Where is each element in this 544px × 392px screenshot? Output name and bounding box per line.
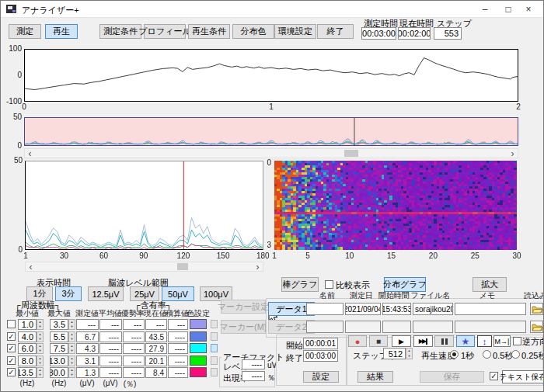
minimize-button[interactable]: –: [473, 1, 497, 18]
overview-scrollbar-thumb[interactable]: [344, 150, 358, 157]
freq-max-spinner[interactable]: ▲▼: [68, 367, 75, 378]
freq-row-checkbox[interactable]: ✓: [7, 332, 16, 341]
load-file-button[interactable]: [530, 303, 543, 315]
load-file-button[interactable]: [530, 321, 543, 333]
freq-avg-field: ----: [99, 343, 122, 354]
scroll-right-button[interactable]: ›: [507, 149, 518, 158]
measure-conditions-button[interactable]: 測定条件: [99, 24, 141, 39]
spin-down-icon[interactable]: ▼: [69, 349, 75, 353]
band-mark-box[interactable]: [211, 320, 218, 328]
settings-button[interactable]: 設定: [303, 371, 339, 383]
distribution-color-button[interactable]: 分布色: [232, 24, 274, 39]
play-conditions-button[interactable]: 再生条件: [188, 24, 230, 39]
band-mark-box[interactable]: [211, 344, 218, 352]
spin-down-icon[interactable]: ▼: [37, 361, 43, 366]
freq-row-checkbox[interactable]: ✓: [7, 356, 16, 365]
environment-settings-button[interactable]: 環境設定: [274, 24, 316, 39]
marker-jump-button[interactable]: M→|: [493, 335, 511, 347]
freq-max-field[interactable]: 7.5: [50, 343, 68, 354]
freq-row-checkbox[interactable]: [7, 320, 16, 328]
start-time-field[interactable]: 00:00:01: [303, 338, 338, 349]
freq-min-spinner[interactable]: ▲▼: [37, 367, 44, 378]
spin-down-icon[interactable]: ▼: [69, 324, 75, 329]
marker-m-button[interactable]: マーカー(M): [221, 320, 266, 334]
freq-min-field[interactable]: 8.0: [18, 356, 37, 366]
speed-0.5s-radio[interactable]: [483, 350, 491, 359]
band-chart-x-tick: 150: [216, 252, 230, 260]
freq-acc-field: ----: [168, 367, 188, 378]
band-color-swatch[interactable]: [190, 356, 207, 366]
profile-button[interactable]: プロフィール: [144, 24, 186, 39]
freq-min-spinner[interactable]: ▲▼: [37, 331, 44, 342]
band-mark-box[interactable]: [211, 332, 218, 341]
step-count-field[interactable]: 512: [383, 348, 406, 359]
close-button[interactable]: ×: [517, 1, 540, 18]
text-save-checkbox[interactable]: ✓: [490, 372, 498, 380]
freq-max-field[interactable]: 5.5: [50, 331, 68, 342]
spin-down-icon[interactable]: ▼: [406, 354, 412, 359]
band-color-swatch[interactable]: [190, 367, 207, 377]
compare-display-checkbox[interactable]: [325, 280, 333, 289]
spin-down-icon[interactable]: ▼: [37, 324, 43, 329]
text-save-button[interactable]: テキスト保存: [502, 370, 544, 383]
data-name-field: [306, 321, 343, 333]
freq-max-spinner[interactable]: ▲▼: [68, 319, 75, 330]
marker-star-button[interactable]: ★: [456, 335, 475, 347]
freq-max-field[interactable]: 3.5: [50, 319, 68, 330]
overview-scrollbar[interactable]: ‹ ›: [24, 148, 518, 158]
band-mark-box[interactable]: [211, 356, 218, 365]
scroll-right-button[interactable]: ›: [253, 262, 263, 271]
stop-button[interactable]: ■: [369, 335, 388, 347]
step-count-spinner[interactable]: ▲▼: [406, 348, 413, 359]
data-table-header: ファイル名: [407, 290, 454, 301]
scroll-left-button[interactable]: ‹: [26, 262, 36, 271]
band-color-swatch[interactable]: [190, 331, 207, 342]
play-mode-button[interactable]: 再生: [45, 24, 78, 39]
scroll-left-button[interactable]: ‹: [25, 149, 35, 158]
freq-row-checkbox[interactable]: ✓: [7, 368, 16, 376]
marker-settings-button[interactable]: マーカー設定: [221, 300, 266, 314]
speed-0.5s-label: 0.5秒: [493, 350, 513, 362]
band-color-swatch[interactable]: [190, 319, 207, 329]
freq-min-spinner[interactable]: ▲▼: [37, 343, 44, 354]
end-time-field[interactable]: 00:03:00: [303, 350, 338, 362]
freq-min-spinner[interactable]: ▲▼: [37, 319, 44, 330]
spin-down-icon[interactable]: ▼: [69, 361, 75, 366]
save-button[interactable]: 保存: [420, 371, 484, 383]
freq-max-spinner[interactable]: ▲▼: [68, 331, 75, 342]
band-color-swatch[interactable]: [190, 343, 207, 353]
spin-down-icon[interactable]: ▼: [37, 337, 43, 342]
play-button[interactable]: ▶: [392, 335, 411, 347]
freq-min-field[interactable]: 4.0: [18, 331, 37, 342]
result-button[interactable]: 結果: [357, 371, 393, 383]
freq-min-field[interactable]: 13.5: [18, 367, 37, 378]
freq-max-spinner[interactable]: ▲▼: [68, 343, 75, 354]
updown-button[interactable]: ↕: [477, 335, 492, 347]
fast-forward-button[interactable]: ▶▶: [413, 335, 433, 347]
spin-down-icon[interactable]: ▼: [69, 337, 75, 342]
reverse-direction-checkbox[interactable]: [513, 337, 521, 345]
record-button[interactable]: ●: [348, 335, 367, 347]
speed-0.25s-radio[interactable]: [511, 350, 520, 359]
exit-button[interactable]: 終了: [317, 24, 354, 39]
freq-max-field[interactable]: 13.0: [50, 356, 68, 366]
freq-max-spinner[interactable]: ▲▼: [68, 356, 75, 366]
speed-1s-radio[interactable]: [450, 350, 459, 359]
freq-row-checkbox[interactable]: ✓: [7, 344, 16, 352]
artifact-rate-unit: ％: [267, 373, 275, 383]
spin-down-icon[interactable]: ▼: [37, 373, 43, 377]
freq-min-spinner[interactable]: ▲▼: [37, 356, 44, 366]
measure-button[interactable]: 測定: [9, 24, 41, 39]
pause-button[interactable]: [434, 335, 454, 347]
spin-down-icon[interactable]: ▼: [37, 349, 43, 353]
freq-min-field[interactable]: 6.0: [18, 343, 37, 354]
band-mark-box[interactable]: [211, 368, 218, 376]
current-time-field: 00:02:00: [398, 27, 431, 40]
freq-acc-field: ----: [168, 343, 188, 354]
level-12.5uv-button[interactable]: 12.5μV: [88, 286, 124, 301]
band-chart-scrollbar[interactable]: ‹ ›: [25, 262, 263, 272]
freq-max-field[interactable]: 30.0: [50, 367, 68, 378]
freq-min-field[interactable]: 1.0: [18, 319, 37, 330]
band-chart-scrollbar-thumb[interactable]: [177, 263, 188, 270]
spin-down-icon[interactable]: ▼: [69, 373, 75, 377]
